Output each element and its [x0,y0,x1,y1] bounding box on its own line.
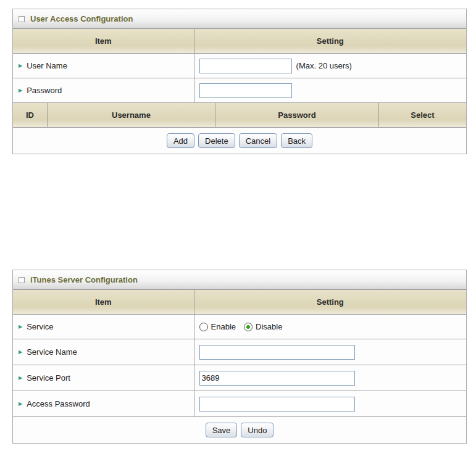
username-column-header: Username [48,103,215,127]
access-password-label: Access Password [27,399,90,408]
select-column-header: Select [379,103,466,127]
arrow-bullet-icon: ▶ [19,325,22,329]
password-column-header: Password [215,103,379,127]
itunes-server-panel: iTunes Server Configuration Item Setting… [12,270,467,444]
username-label: User Name [27,61,67,70]
password-label: Password [27,86,62,95]
disable-radio-label[interactable]: Disable [256,322,282,331]
item-column-header: Item [13,29,194,53]
itunes-title: iTunes Server Configuration [30,275,138,284]
save-button[interactable]: Save [206,423,238,437]
arrow-bullet-icon: ▶ [19,88,22,93]
service-port-row: ▶ Service Port [13,365,466,391]
itunes-header-row: Item Setting [13,290,466,315]
item-column-header: Item [13,290,194,314]
user-access-title: User Access Configuration [30,14,133,23]
enable-radio[interactable] [199,323,208,331]
access-password-row: ▶ Access Password [13,391,466,417]
service-port-input[interactable] [199,371,355,386]
arrow-bullet-icon: ▶ [19,402,22,407]
undo-button[interactable]: Undo [241,423,273,437]
user-access-button-row: Add Delete Cancel Back [13,128,466,154]
itunes-titlebar: iTunes Server Configuration [13,270,466,290]
username-input[interactable] [199,59,292,73]
service-name-label: Service Name [27,347,77,357]
section-square-icon [19,16,25,22]
service-label: Service [27,322,53,331]
access-password-input[interactable] [199,397,355,412]
disable-radio[interactable] [244,323,253,331]
back-button[interactable]: Back [281,133,312,148]
setting-column-header: Setting [194,29,466,53]
section-square-icon [19,277,25,283]
user-access-titlebar: User Access Configuration [13,9,466,29]
user-access-panel: User Access Configuration Item Setting ▶… [12,9,467,154]
arrow-bullet-icon: ▶ [19,350,22,355]
password-input[interactable] [199,83,292,98]
user-access-header-row: Item Setting [13,29,466,54]
service-port-label: Service Port [27,373,70,383]
username-note: (Max. 20 users) [296,61,352,70]
service-name-row: ▶ Service Name [13,339,466,365]
username-row: ▶ User Name (Max. 20 users) [13,54,466,78]
cancel-button[interactable]: Cancel [239,133,277,148]
arrow-bullet-icon: ▶ [19,64,22,68]
add-button[interactable]: Add [167,133,194,148]
service-row: ▶ Service Enable Disable [13,315,466,339]
arrow-bullet-icon: ▶ [19,376,22,381]
service-name-input[interactable] [199,345,355,360]
user-table-header-row: ID Username Password Select [13,103,466,128]
id-column-header: ID [13,103,48,127]
setting-column-header: Setting [194,290,466,314]
itunes-button-row: Save Undo [13,417,466,443]
enable-radio-label[interactable]: Enable [211,322,236,331]
password-row: ▶ Password [13,78,466,103]
delete-button[interactable]: Delete [198,133,235,148]
